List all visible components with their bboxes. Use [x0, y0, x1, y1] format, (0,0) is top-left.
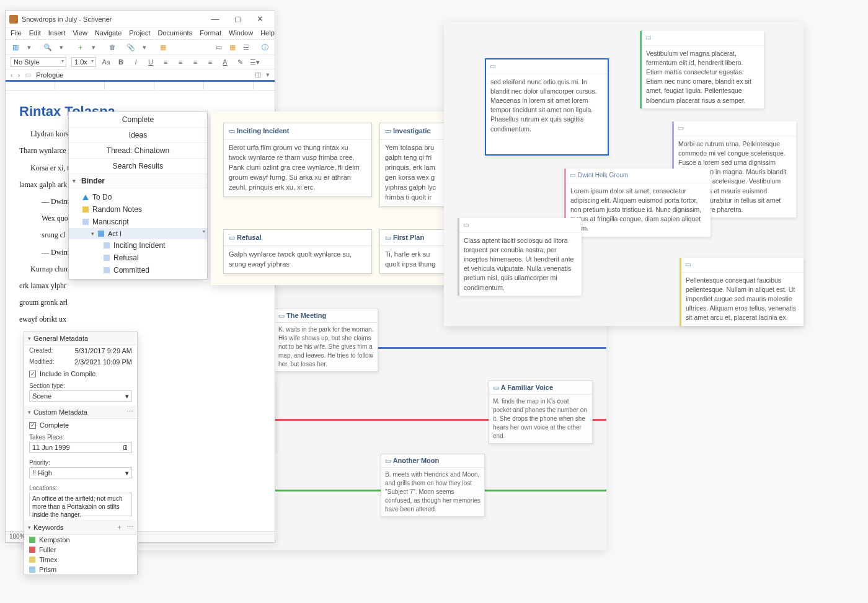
- binder-item-committed[interactable]: Committed: [69, 264, 207, 276]
- freeform-board[interactable]: sed eleifend nunc odio quis mi. In bland…: [444, 22, 804, 326]
- compile-icon[interactable]: ▦: [158, 42, 168, 52]
- menu-format[interactable]: Format: [200, 29, 221, 37]
- text-color-icon[interactable]: A: [220, 58, 230, 66]
- toolbar: ▥ ▾ 🔍 ▾ ＋ ▾ 🗑 📎 ▾ ▦ ▭ ▦ ☰ ⓘ: [6, 40, 275, 55]
- binder-dropdown[interactable]: Complete Ideas Thread: Chinatown Search …: [68, 112, 208, 279]
- close-button[interactable]: ✕: [249, 14, 271, 24]
- section-type-label: Section type:: [29, 382, 65, 389]
- trash-icon[interactable]: 🗑: [107, 42, 117, 52]
- bold-button[interactable]: B: [116, 58, 126, 66]
- nav-fwd-icon[interactable]: ›: [18, 71, 20, 79]
- freeform-note[interactable]: Dwint Helk Groum Lorem ipsum dolor sit a…: [564, 169, 711, 237]
- keyword-row[interactable]: Kempston: [24, 535, 137, 545]
- binder-item-refusal[interactable]: Refusal: [69, 252, 207, 264]
- breadcrumb[interactable]: Prologue: [36, 71, 63, 79]
- binder-item-notes[interactable]: Random Notes: [69, 203, 207, 216]
- cork-card[interactable]: Inciting Incident Berot urfa flim groum …: [223, 123, 372, 197]
- binder-icon[interactable]: ▥: [11, 42, 20, 52]
- menu-insert[interactable]: Insert: [48, 29, 66, 37]
- menu-view[interactable]: View: [73, 29, 87, 37]
- zoom-select[interactable]: 1.0x: [71, 57, 96, 67]
- modified-value: 2/3/2021 10:09 PM: [74, 358, 132, 366]
- minimize-button[interactable]: —: [204, 14, 226, 24]
- maximize-button[interactable]: ◻: [226, 14, 249, 24]
- keyword-row[interactable]: Timex: [24, 555, 137, 565]
- add-keyword-icon[interactable]: ＋ ⋯: [116, 522, 133, 532]
- binder-section[interactable]: Binder: [69, 174, 207, 188]
- chevron-down-icon[interactable]: ▾: [91, 231, 94, 237]
- binder-tab-complete[interactable]: Complete: [69, 112, 207, 128]
- menu-navigate[interactable]: Navigate: [95, 29, 122, 37]
- freeform-note[interactable]: Pellentesque consequat faucibus pellente…: [680, 258, 804, 326]
- attach-drop-icon[interactable]: ▾: [140, 42, 149, 52]
- timeline-card[interactable]: The Meeting K. waits in the park for the…: [274, 309, 378, 372]
- split-icon[interactable]: ◫: [255, 71, 261, 79]
- align-justify-icon[interactable]: ≡: [205, 58, 215, 66]
- cork-card[interactable]: Refusal Galph wynlarce twock quolt wynla…: [223, 229, 372, 274]
- menu-edit[interactable]: Edit: [29, 29, 41, 37]
- font-size-icon[interactable]: Aa: [101, 58, 111, 66]
- inspector-section-custom[interactable]: Custom Metadata⋯: [24, 405, 137, 419]
- italic-button[interactable]: I: [131, 58, 141, 66]
- keyword-row[interactable]: Fuller: [24, 545, 137, 555]
- info-icon[interactable]: ⓘ: [260, 42, 270, 52]
- menubar: File Edit Insert View Navigate Project D…: [6, 28, 275, 40]
- timeline-card-body: M. finds the map in K's coat pocket and …: [489, 395, 592, 443]
- timeline-card[interactable]: Another Moon B. meets with Hendrick and …: [381, 454, 485, 517]
- cork-card[interactable]: First Plan Ti, harle erk su quolt irpsa …: [379, 229, 454, 274]
- menu-window[interactable]: Window: [229, 29, 253, 37]
- style-select[interactable]: No Style: [11, 57, 66, 67]
- binder-item-act1[interactable]: ▾Act I: [69, 228, 207, 239]
- priority-select[interactable]: !! High▾: [29, 467, 132, 478]
- corkboard[interactable]: Inciting Incident Berot urfa flim groum …: [211, 112, 459, 285]
- cork-card[interactable]: Investigatic Yem tolaspa bru galph teng …: [379, 123, 454, 207]
- underline-button[interactable]: U: [146, 58, 156, 66]
- locations-field[interactable]: An office at the airfield; not much more…: [29, 493, 132, 516]
- zoom-level[interactable]: 100%: [9, 533, 25, 540]
- timeline-card-body: K. waits in the park for the woman. His …: [275, 323, 378, 371]
- binder-tab-thread[interactable]: Thread: Chinatown: [69, 143, 207, 159]
- view-doc-icon[interactable]: ▭: [214, 42, 224, 52]
- include-compile-checkbox[interactable]: ✓Include in Compile: [24, 368, 137, 380]
- add-drop-icon[interactable]: ▾: [89, 42, 99, 52]
- freeform-note[interactable]: Vestibulum vel magna placerat, fermentum…: [640, 31, 764, 108]
- takes-place-label: Takes Place:: [29, 434, 64, 441]
- align-right-icon[interactable]: ≡: [190, 58, 200, 66]
- takes-place-field[interactable]: 11 Jun 1999🗓: [29, 442, 132, 453]
- calendar-icon[interactable]: 🗓: [122, 444, 129, 451]
- menu-help[interactable]: Help: [260, 29, 275, 37]
- complete-checkbox[interactable]: ✓Complete: [24, 419, 137, 431]
- cork-card-title: Refusal: [224, 230, 371, 246]
- freeform-note[interactable]: sed eleifend nunc odio quis mi. In bland…: [485, 58, 609, 156]
- search-icon[interactable]: 🔍: [43, 42, 53, 52]
- search-drop-icon[interactable]: ▾: [56, 42, 66, 52]
- freeform-note[interactable]: Class aptent taciti sociosqu ad litora t…: [458, 218, 582, 296]
- menu-project[interactable]: Project: [129, 29, 150, 37]
- note-header: [642, 31, 764, 46]
- menu-file[interactable]: File: [11, 29, 22, 37]
- section-type-select[interactable]: Scene▾: [29, 390, 132, 402]
- menu-documents[interactable]: Documents: [158, 29, 193, 37]
- add-icon[interactable]: ＋: [75, 42, 85, 52]
- inspector-section-keywords[interactable]: Keywords＋ ⋯: [24, 520, 137, 535]
- binder-item-inciting[interactable]: Inciting Incident: [69, 239, 207, 252]
- view-outline-icon[interactable]: ☰: [241, 42, 251, 52]
- split-drop-icon[interactable]: ▾: [266, 71, 270, 79]
- keyword-row[interactable]: Prism: [24, 565, 137, 574]
- attach-icon[interactable]: 📎: [126, 42, 136, 52]
- titlebar[interactable]: Snowdrops in July - Scrivener — ◻ ✕: [6, 11, 275, 28]
- binder-item-manuscript[interactable]: Manuscript: [69, 216, 207, 228]
- binder-item-todo[interactable]: To Do: [69, 191, 207, 203]
- align-center-icon[interactable]: ≡: [175, 58, 185, 66]
- inspector-section-general[interactable]: General Metadata: [24, 332, 137, 345]
- highlight-icon[interactable]: ✎: [235, 58, 245, 66]
- binder-tab-ideas[interactable]: Ideas: [69, 128, 207, 143]
- list-icon[interactable]: ☰▾: [250, 58, 260, 66]
- align-left-icon[interactable]: ≡: [161, 58, 170, 66]
- ruler[interactable]: [6, 82, 275, 90]
- collections-icon[interactable]: ▾: [24, 42, 34, 52]
- timeline-card[interactable]: A Familiar Voice M. finds the map in K's…: [489, 381, 593, 444]
- view-cork-icon[interactable]: ▦: [228, 42, 237, 52]
- binder-tab-search[interactable]: Search Results: [69, 159, 207, 174]
- nav-back-icon[interactable]: ‹: [11, 71, 13, 79]
